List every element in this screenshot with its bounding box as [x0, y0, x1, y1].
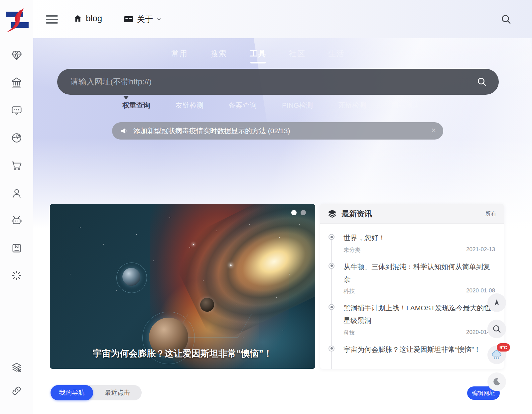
- tab-sousuo[interactable]: 搜索: [210, 49, 227, 63]
- hamburger-menu-icon[interactable]: [46, 15, 58, 26]
- carousel-slide[interactable]: 宇宙为何会膨胀？这让爱因斯坦非常“懊恼”！: [50, 204, 315, 369]
- tool-tab-friend-link[interactable]: 友链检测: [176, 101, 203, 110]
- home-link[interactable]: blog: [73, 13, 102, 24]
- timeline-bullet-icon: [329, 263, 334, 269]
- category-tabs: 常用 搜索 工具 社区 生活: [171, 49, 345, 63]
- speaker-icon: [120, 127, 129, 135]
- sidebar-save-icon[interactable]: [11, 243, 22, 254]
- tool-tab-weight-query[interactable]: 权重查询: [122, 101, 150, 110]
- header-search-icon[interactable]: [501, 14, 511, 25]
- news-item-category[interactable]: 科技: [343, 287, 355, 295]
- news-panel-header: 最新资讯 所有: [320, 204, 504, 224]
- page: blog 关于: [0, 0, 532, 414]
- sidebar-link-icon[interactable]: [11, 385, 22, 396]
- search-icon: [492, 324, 501, 334]
- weather-button[interactable]: 9°C: [487, 346, 506, 364]
- floating-search-button[interactable]: [487, 320, 506, 338]
- logo[interactable]: [3, 6, 30, 33]
- tab-gongju[interactable]: 工具: [250, 49, 266, 63]
- nav-toggle: 我的导航 最近点击: [51, 385, 142, 400]
- tool-tabs: 权重查询 友链检测 备案查询 PING检测 死链检测 网站测速: [122, 101, 419, 110]
- sidebar-layers-icon[interactable]: [11, 362, 22, 373]
- timeline-bullet-icon: [329, 234, 334, 240]
- sidebar-cart-icon[interactable]: [11, 160, 22, 171]
- carousel-dot-1[interactable]: [291, 210, 297, 215]
- tab-changyong[interactable]: 常用: [171, 49, 188, 63]
- active-tool-caret: [123, 96, 129, 99]
- carousel-caption[interactable]: 宇宙为何会膨胀？这让爱因斯坦非常“懊恼”！: [66, 346, 299, 362]
- url-search-bar: [57, 69, 499, 95]
- tool-tab-speed[interactable]: 网站测速: [391, 101, 419, 110]
- sidebar: [0, 0, 33, 414]
- news-item[interactable]: 宇宙为何会膨胀？这让爱因斯坦非常“懊恼”！: [320, 343, 504, 362]
- announcement-bar[interactable]: 添加新型冠状病毒疫情实时数据显示的方法 (02/13) ×: [112, 122, 443, 140]
- news-item-title: 从牛顿、三体到混沌：科学认知如何从简单到复杂: [343, 260, 495, 286]
- latest-news-panel: 最新资讯 所有 世界，您好！ 未分类 2021-02-13 从牛顿、三体到混沌：…: [320, 204, 504, 369]
- planet-blue: [122, 268, 140, 286]
- news-item-meta: 未分类 2021-02-13: [343, 246, 495, 254]
- news-item-date: 2021-02-13: [466, 246, 495, 254]
- carousel-dots: [291, 210, 306, 215]
- sidebar-user-icon[interactable]: [11, 188, 22, 199]
- news-item-category[interactable]: 未分类: [343, 246, 360, 254]
- search-submit-icon[interactable]: [477, 77, 487, 87]
- timeline-bullet-icon: [329, 304, 334, 310]
- sidebar-robot-icon[interactable]: [11, 215, 22, 226]
- carousel-dot-2[interactable]: [301, 210, 306, 215]
- my-nav-button[interactable]: 我的导航: [51, 385, 93, 400]
- news-item-category[interactable]: 科技: [343, 329, 355, 337]
- tool-tab-deadlink[interactable]: 死链检测: [338, 101, 366, 110]
- bright-star: [230, 264, 231, 266]
- sidebar-gem-icon[interactable]: [11, 50, 22, 61]
- sidebar-globe-icon[interactable]: [11, 132, 22, 144]
- home-icon: [73, 14, 82, 23]
- news-item-date: 2020-01-08: [466, 287, 495, 295]
- sidebar-bank-icon[interactable]: [11, 77, 22, 88]
- back-to-top-button[interactable]: [487, 293, 506, 312]
- planet-dark: [200, 298, 214, 312]
- news-item[interactable]: 黑洞捕手计划上线！LAMOST发现迄今最大的恒星级黑洞 科技 2020-01-0…: [320, 302, 504, 343]
- news-item[interactable]: 从牛顿、三体到混沌：科学认知如何从简单到复杂 科技 2020-01-08: [320, 260, 504, 302]
- news-all-link[interactable]: 所有: [485, 210, 496, 218]
- bright-star-2: [193, 244, 194, 245]
- tab-shenghuo[interactable]: 生活: [328, 49, 345, 63]
- top-bar: blog 关于: [33, 0, 532, 38]
- tab-shequ[interactable]: 社区: [289, 49, 306, 63]
- message-icon: [124, 15, 134, 23]
- home-label: blog: [86, 13, 102, 24]
- announcement-text: 添加新型冠状病毒疫情实时数据显示的方法 (02/13): [133, 126, 290, 136]
- news-item-title: 宇宙为何会膨胀？这让爱因斯坦非常“懊恼”！: [343, 343, 495, 356]
- recent-clicks-button[interactable]: 最近点击: [93, 388, 142, 397]
- temperature-badge: 9°C: [497, 343, 510, 352]
- tool-tab-ping[interactable]: PING检测: [282, 101, 313, 110]
- layers-icon: [328, 209, 337, 218]
- news-item-title: 世界，您好！: [343, 232, 495, 244]
- about-menu[interactable]: 关于: [124, 14, 162, 25]
- timeline-bullet-icon: [329, 346, 334, 352]
- close-icon[interactable]: ×: [431, 126, 436, 135]
- news-item-title: 黑洞捕手计划上线！LAMOST发现迄今最大的恒星级黑洞: [343, 302, 495, 327]
- news-item[interactable]: 世界，您好！ 未分类 2021-02-13: [320, 232, 504, 260]
- sidebar-spinner-icon[interactable]: [11, 270, 22, 281]
- chevron-down-icon: [156, 17, 162, 22]
- news-panel-title: 最新资讯: [341, 209, 372, 219]
- sidebar-chat-icon[interactable]: [11, 105, 22, 116]
- dark-mode-button[interactable]: [487, 372, 506, 391]
- moon-icon: [492, 377, 502, 387]
- url-search-input[interactable]: [70, 77, 477, 87]
- news-item-meta: 科技 2020-01-02: [343, 329, 495, 337]
- about-label: 关于: [137, 14, 153, 25]
- tool-tab-icp-query[interactable]: 备案查询: [229, 101, 257, 110]
- navigation-arrow-icon: [492, 298, 501, 307]
- news-list: 世界，您好！ 未分类 2021-02-13 从牛顿、三体到混沌：科学认知如何从简…: [320, 224, 504, 362]
- news-item-meta: 科技 2020-01-08: [343, 287, 495, 295]
